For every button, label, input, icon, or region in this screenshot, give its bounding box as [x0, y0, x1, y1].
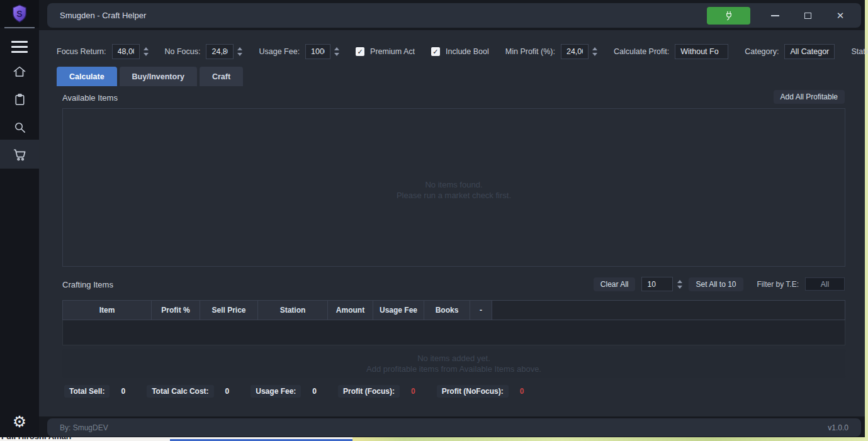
- no-focus-spinner[interactable]: [237, 47, 242, 56]
- crafting-controls: Clear All Set All to 10 Filter by T.E: A…: [594, 277, 845, 291]
- column-header-books[interactable]: Books: [424, 301, 470, 320]
- column-header-amount[interactable]: Amount: [328, 301, 373, 320]
- tab-buy-inventory[interactable]: Buy/Inventory: [120, 67, 197, 86]
- add-all-profitable-button[interactable]: Add All Profitable: [774, 90, 845, 104]
- available-items-title: Available Items: [62, 93, 118, 103]
- window-title: Smugden - Craft Helper: [60, 11, 146, 20]
- filter-te-label: Filter by T.E:: [757, 280, 799, 289]
- minimize-button[interactable]: [767, 8, 783, 24]
- cart-icon: [12, 147, 28, 162]
- usage-fee-group: Usage Fee:: [259, 44, 339, 59]
- quantity-spinner[interactable]: [677, 280, 682, 289]
- maximize-button[interactable]: [799, 8, 816, 24]
- sidebar-item-search[interactable]: [0, 113, 39, 141]
- crafting-empty-line1: No items added yet.: [417, 353, 490, 364]
- crafting-empty-message: No items added yet. Add profitable items…: [62, 349, 845, 378]
- profit-nofocus-value: 0: [520, 387, 524, 396]
- titlebar-controls: ✕: [707, 7, 848, 25]
- total-sell-group: Total Sell: 0: [64, 385, 125, 398]
- available-empty-line1: No items found.: [63, 179, 845, 190]
- total-sell-value: 0: [121, 387, 125, 396]
- filter-bar: Focus Return: No Focus: Usage Fee: Premi…: [57, 44, 868, 59]
- sidebar-item-settings[interactable]: ⚙: [0, 408, 39, 435]
- min-profit-input[interactable]: [561, 44, 589, 59]
- crafting-table-body: [62, 320, 845, 345]
- spin-up-icon[interactable]: [237, 47, 242, 50]
- shield-logo-icon: S: [10, 4, 29, 24]
- category-select[interactable]: All Categor: [784, 44, 835, 59]
- focus-return-label: Focus Return:: [57, 47, 106, 56]
- column-header-sell-price[interactable]: Sell Price: [200, 301, 258, 320]
- min-profit-label: Min Profit (%):: [505, 47, 555, 56]
- connect-button[interactable]: [707, 7, 750, 25]
- total-usage-fee-value: 0: [312, 387, 317, 396]
- spin-down-icon[interactable]: [237, 53, 242, 56]
- focus-return-spinner[interactable]: [144, 47, 149, 56]
- gear-icon: ⚙: [13, 414, 26, 430]
- tab-bar: Calculate Buy/Inventory Craft: [57, 67, 243, 86]
- usage-fee-label: Usage Fee:: [259, 47, 300, 56]
- tab-craft[interactable]: Craft: [200, 67, 243, 86]
- sidebar-divider: [4, 27, 35, 28]
- spin-down-icon[interactable]: [677, 286, 682, 289]
- column-header-profit[interactable]: Profit %: [152, 301, 200, 320]
- total-calc-cost-group: Total Calc Cost: 0: [147, 385, 229, 398]
- column-header-station[interactable]: Station: [258, 301, 328, 320]
- include-bool-group: Include Bool: [431, 47, 489, 56]
- close-button[interactable]: ✕: [832, 8, 848, 24]
- column-header-remove[interactable]: -: [470, 301, 492, 320]
- focus-return-group: Focus Return:: [57, 44, 149, 59]
- focus-return-input[interactable]: [112, 44, 140, 59]
- tab-calculate[interactable]: Calculate: [57, 67, 117, 86]
- version-text: v1.0.0: [828, 423, 848, 432]
- app-logo: S: [0, 0, 39, 28]
- column-header-usage-fee[interactable]: Usage Fee: [373, 301, 424, 320]
- crafting-empty-line2: Add profitable items from Available Item…: [366, 364, 541, 374]
- sidebar-item-home[interactable]: [0, 58, 39, 86]
- calculate-profit-select[interactable]: Without Fo: [675, 44, 728, 59]
- spin-down-icon[interactable]: [592, 53, 597, 56]
- premium-checkbox[interactable]: [356, 47, 364, 56]
- include-bool-label: Include Bool: [446, 47, 489, 56]
- spin-up-icon[interactable]: [144, 47, 149, 50]
- premium-group: Premium Act: [356, 47, 415, 56]
- set-all-button[interactable]: Set All to 10: [689, 277, 743, 291]
- sidebar-item-cart[interactable]: [0, 140, 39, 169]
- spin-down-icon[interactable]: [334, 53, 339, 56]
- clear-all-button[interactable]: Clear All: [594, 277, 636, 291]
- crafting-table-header: Item Profit % Sell Price Station Amount …: [62, 300, 845, 320]
- filter-te-select[interactable]: All: [805, 277, 845, 291]
- statusbar: By: SmugDEV v1.0.0: [47, 418, 861, 437]
- spin-down-icon[interactable]: [144, 53, 149, 56]
- station-group: Station: All Stations: [851, 44, 868, 59]
- usage-fee-input[interactable]: [305, 44, 330, 59]
- sidebar-item-clipboard[interactable]: [0, 86, 39, 113]
- clipboard-icon: [13, 92, 27, 107]
- quantity-input[interactable]: [641, 277, 673, 291]
- no-focus-input[interactable]: [206, 44, 234, 59]
- crafting-items-title: Crafting Items: [62, 280, 113, 289]
- main-panel: Focus Return: No Focus: Usage Fee: Premi…: [39, 30, 865, 416]
- spin-up-icon[interactable]: [334, 47, 339, 50]
- include-bool-checkbox[interactable]: [431, 47, 440, 56]
- available-empty-line2: Please run a market check first.: [63, 190, 845, 201]
- spin-up-icon[interactable]: [592, 47, 597, 50]
- usage-fee-spinner[interactable]: [334, 47, 339, 56]
- profit-focus-value: 0: [411, 387, 415, 396]
- spin-up-icon[interactable]: [677, 280, 682, 283]
- profit-focus-group: Profit (Focus): 0: [338, 385, 415, 398]
- column-header-item[interactable]: Item: [63, 301, 152, 320]
- total-calc-cost-label: Total Calc Cost:: [147, 385, 213, 398]
- category-label: Category:: [745, 47, 779, 56]
- column-header-filler: [492, 301, 845, 320]
- search-icon: [13, 120, 27, 135]
- sidebar-menu-button[interactable]: [0, 33, 39, 60]
- profit-nofocus-group: Profit (NoFocus): 0: [437, 385, 524, 398]
- category-group: Category: All Categor: [745, 44, 835, 59]
- svg-text:S: S: [16, 9, 22, 19]
- no-focus-label: No Focus:: [165, 47, 201, 56]
- totals-bar: Total Sell: 0 Total Calc Cost: 0 Usage F…: [64, 385, 524, 398]
- maximize-icon: [804, 13, 811, 19]
- min-profit-spinner[interactable]: [592, 47, 597, 56]
- sidebar: S ⚙: [0, 0, 39, 437]
